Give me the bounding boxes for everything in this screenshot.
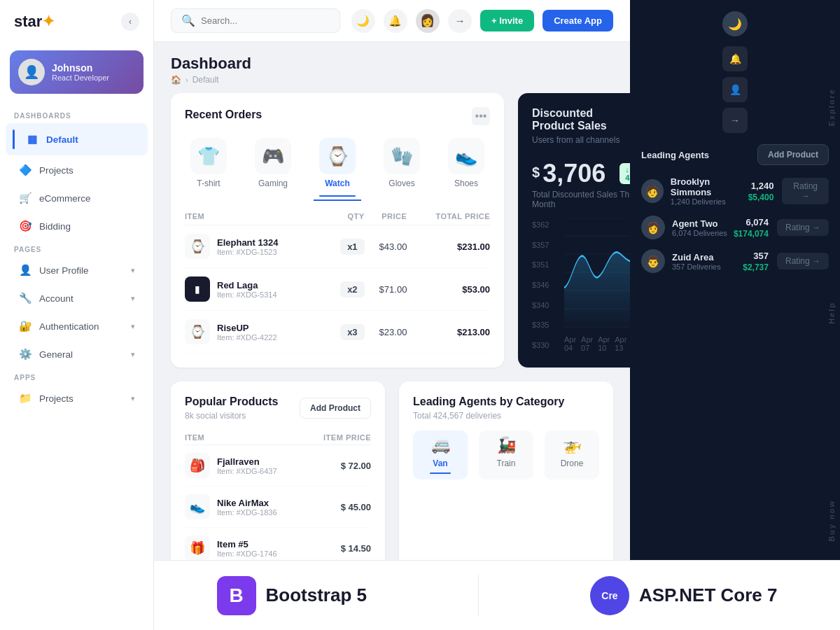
add-product-button[interactable]: Add Product [300, 398, 371, 419]
sidebar-item-label: Bidding [39, 221, 71, 232]
agent-info: 🧑 Brooklyn Simmons 1,240 Deliveries [641, 176, 748, 206]
user-role: React Developer [52, 74, 109, 82]
agent-avatar: 👨 [641, 249, 665, 273]
search-input[interactable] [201, 15, 330, 26]
right-panel-user-button[interactable]: 👤 [722, 77, 748, 102]
rating-button[interactable]: Rating → [782, 178, 829, 204]
nav-section-dashboards: DASHBOARDS [0, 106, 153, 122]
sidebar-item-user-profile[interactable]: 👤 User Profile ▾ [6, 257, 148, 284]
order-item-id: Item: #XDG-1523 [217, 248, 278, 256]
agent-deliveries: 357 Deliveries [672, 262, 721, 271]
agent-deliveries: 6,074 Deliveries [672, 229, 727, 237]
invite-button[interactable]: + Invite [480, 10, 534, 31]
promo-aspnet: Cre ASP.NET Core 7 [576, 576, 791, 615]
right-panel-arrow-button[interactable]: → [722, 108, 748, 133]
col-price: PRICE [365, 208, 407, 225]
theme-toggle-button[interactable]: 🌙 [351, 9, 375, 33]
chart-x-label: Apr 04 [564, 335, 581, 352]
cat-tab-shoes[interactable]: 👟 Shoes [442, 135, 490, 201]
promo-divider [478, 575, 479, 617]
product-icon: 👟 [185, 494, 210, 519]
product-item: 🎁 Item #5 Item: #XDG-1746 [185, 536, 307, 561]
notifications-button[interactable]: 🔔 [384, 9, 407, 33]
arrow-right-button[interactable]: → [448, 9, 472, 33]
chevron-down-icon: ▾ [131, 322, 135, 331]
chart-x-label: Apr 07 [581, 335, 598, 352]
bidding-icon: 🎯 [18, 219, 32, 233]
agent-cat-label: Train [497, 458, 516, 468]
col-item-price: ITEM PRICE [307, 430, 371, 445]
agent-row: 🧑 Brooklyn Simmons 1,240 Deliveries 1,24… [641, 176, 829, 206]
user-avatar-top[interactable]: 👩 [416, 9, 440, 33]
cat-tab-watch[interactable]: ⌚ Watch [314, 135, 361, 201]
sidebar-item-bidding[interactable]: 🎯 Bidding [6, 213, 148, 239]
search-icon: 🔍 [181, 14, 195, 27]
agent-cat-train[interactable]: 🚂 Train [479, 430, 533, 479]
price-text: $71.00 [365, 284, 407, 295]
agent-cat-drone[interactable]: 🚁 Drone [545, 430, 599, 479]
col-item: ITEM [185, 430, 307, 445]
sidebar-item-default[interactable]: ▦ Default [6, 123, 148, 155]
promo-bootstrap: B Bootstrap 5 [203, 576, 381, 615]
product-icon: 🎁 [185, 536, 210, 561]
cat-tab-gloves[interactable]: 🧤 Gloves [378, 135, 426, 201]
right-panel-notification-button[interactable]: 🔔 [722, 46, 748, 71]
qty-badge: x1 [340, 239, 364, 255]
aspnet-label: ASP.NET Core 7 [639, 584, 777, 606]
sidebar-item-projects[interactable]: 🔷 Projects [6, 157, 148, 183]
sidebar-item-account[interactable]: 🔧 Account ▾ [6, 285, 148, 312]
order-item-icon: ▮ [185, 276, 210, 302]
qty-badge: x3 [340, 324, 364, 340]
product-name: Fjallraven [217, 456, 277, 467]
popular-products-card: Popular Products 8k social visitors Add … [171, 382, 385, 583]
gloves-icon: 🧤 [384, 138, 420, 174]
cat-tab-tshirt[interactable]: 👕 T-shirt [185, 135, 232, 201]
bottom-row: Popular Products 8k social visitors Add … [171, 382, 613, 583]
sidebar-item-projects-app[interactable]: 📁 Projects ▾ [6, 385, 148, 412]
create-app-button[interactable]: Create App [542, 10, 613, 31]
topbar: 🔍 🌙 🔔 👩 → + Invite Create App [154, 0, 630, 42]
sidebar-item-label: Default [46, 134, 78, 145]
order-item-info: ⌚ Elephant 1324 Item: #XDG-1523 [185, 234, 328, 259]
agent-categories: 🚐 Van 🚂 Train 🚁 Drone [413, 430, 599, 479]
chart-y-label: $362 [532, 220, 559, 229]
chevron-down-icon: ▾ [131, 294, 135, 303]
table-row: ▮ Red Laga Item: #XDG-5314 x2 $71.00 $53… [185, 268, 490, 311]
add-product-button-dark[interactable]: Add Product [757, 144, 829, 165]
sidebar-item-general[interactable]: ⚙️ General ▾ [6, 341, 148, 368]
chevron-down-icon: ▾ [131, 394, 135, 403]
agent-name: Agent Two [672, 218, 727, 229]
agent-deliveries: 1,240 Deliveries [671, 197, 748, 206]
total-text: $213.00 [407, 327, 490, 337]
sidebar-item-label: eCommerce [39, 193, 91, 204]
leading-agents-card: Leading Agents by Category Total 424,567… [399, 382, 613, 583]
agent-cat-label: Van [433, 458, 447, 468]
product-name: Nike AirMax [217, 498, 277, 508]
user-profile-icon: 👤 [18, 263, 32, 277]
agent-info: 👨 Zuid Area 357 Deliveries [641, 249, 721, 273]
sidebar-item-ecommerce[interactable]: 🛒 eCommerce [6, 185, 148, 211]
breadcrumb-home-icon[interactable]: 🏠 [171, 75, 181, 85]
recent-orders-more-button[interactable]: ••• [472, 107, 490, 125]
chart-y-label: $340 [532, 301, 559, 309]
price-text: $43.00 [365, 241, 407, 252]
rating-button[interactable]: Rating → [777, 219, 829, 236]
breadcrumb-current: Default [192, 75, 219, 85]
popular-products-title: Popular Products [185, 396, 278, 408]
rating-button[interactable]: Rating → [777, 253, 829, 270]
agent-stats: 6,074 $174,074 [734, 217, 769, 239]
page-title: Dashboard [171, 55, 251, 73]
aspnet-icon: Cre [590, 576, 629, 615]
sidebar-logo: star✦ ‹ [0, 0, 153, 43]
sidebar-item-authentication[interactable]: 🔐 Authentication ▾ [6, 313, 148, 340]
general-icon: ⚙️ [18, 347, 32, 361]
order-item-icon: ⌚ [185, 319, 210, 344]
recent-orders-title: Recent Orders [185, 108, 262, 121]
user-card: 👤 Johnson React Developer [10, 50, 144, 94]
agent-cat-label: Drone [561, 458, 584, 468]
sidebar-collapse-button[interactable]: ‹ [121, 13, 139, 31]
cat-tab-gaming[interactable]: 🎮 Gaming [249, 135, 297, 201]
agent-count: 1,240 [751, 181, 774, 191]
agent-cat-van[interactable]: 🚐 Van [413, 430, 468, 479]
agent-info: 👩 Agent Two 6,074 Deliveries [641, 216, 727, 239]
